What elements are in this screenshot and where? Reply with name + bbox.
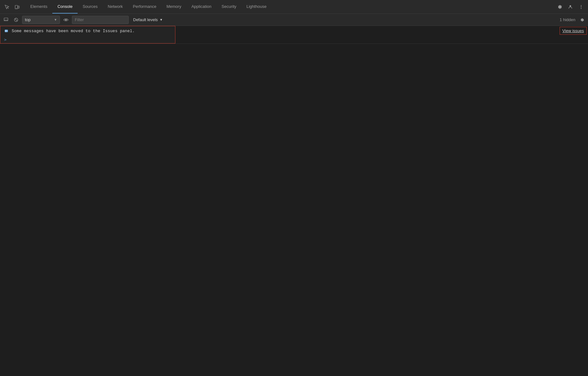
device-toolbar-button[interactable] bbox=[13, 3, 21, 11]
svg-rect-1 bbox=[18, 6, 19, 8]
inspect-element-button[interactable] bbox=[3, 3, 11, 11]
issues-banner-text: Some messages have been moved to the Iss… bbox=[12, 29, 135, 33]
settings-button[interactable] bbox=[555, 3, 564, 11]
clear-console-button[interactable] bbox=[12, 16, 20, 24]
chevron-down-icon: ▼ bbox=[54, 18, 57, 21]
tab-network[interactable]: Network bbox=[103, 0, 128, 14]
show-drawer-button[interactable] bbox=[2, 16, 10, 24]
live-expressions-button[interactable] bbox=[62, 16, 70, 24]
issues-banner-message-row: Some messages have been moved to the Iss… bbox=[0, 26, 175, 36]
tab-sources[interactable]: Sources bbox=[78, 0, 103, 14]
tab-security[interactable]: Security bbox=[216, 0, 241, 14]
console-toolbar: top ▼ Default levels ▼ 1 hidden bbox=[0, 14, 588, 26]
context-selector-value: top bbox=[25, 17, 52, 22]
hidden-count-value: 1 hidden bbox=[560, 17, 575, 22]
console-main: Some messages have been moved to the Iss… bbox=[0, 26, 588, 376]
log-levels-arrow-icon: ▼ bbox=[160, 18, 163, 21]
hidden-count-area: 1 hidden bbox=[560, 16, 586, 24]
tab-console[interactable]: Console bbox=[52, 0, 78, 14]
tab-lighthouse[interactable]: Lighthouse bbox=[241, 0, 272, 14]
svg-point-8 bbox=[65, 19, 67, 20]
svg-line-7 bbox=[15, 19, 17, 21]
console-prompt-icon: > bbox=[4, 37, 7, 42]
nav-tabs: Elements Console Sources Network Perform… bbox=[25, 0, 555, 14]
nav-icons-left bbox=[3, 3, 21, 11]
svg-rect-4 bbox=[4, 18, 8, 21]
devtools-nav: Elements Console Sources Network Perform… bbox=[0, 0, 588, 14]
remote-devices-button[interactable] bbox=[566, 3, 575, 11]
tab-elements[interactable]: Elements bbox=[25, 0, 52, 14]
console-settings-button[interactable] bbox=[578, 16, 586, 24]
nav-icons-right: ⋮ bbox=[555, 3, 585, 11]
tab-performance[interactable]: Performance bbox=[128, 0, 161, 14]
tab-application[interactable]: Application bbox=[186, 0, 217, 14]
console-empty-area[interactable] bbox=[0, 44, 588, 376]
log-levels-button[interactable]: Default levels ▼ bbox=[131, 16, 165, 24]
filter-input[interactable] bbox=[72, 16, 129, 24]
more-options-button[interactable]: ⋮ bbox=[577, 3, 585, 11]
issues-banner-icon bbox=[4, 29, 9, 33]
context-selector[interactable]: top ▼ bbox=[22, 16, 60, 24]
view-issues-link[interactable]: View issues bbox=[560, 28, 587, 33]
console-banner-area: Some messages have been moved to the Iss… bbox=[0, 26, 588, 44]
svg-point-3 bbox=[570, 5, 571, 7]
tab-memory[interactable]: Memory bbox=[162, 0, 186, 14]
console-prompt-row[interactable]: > bbox=[0, 36, 175, 43]
log-levels-label: Default levels bbox=[133, 17, 158, 22]
